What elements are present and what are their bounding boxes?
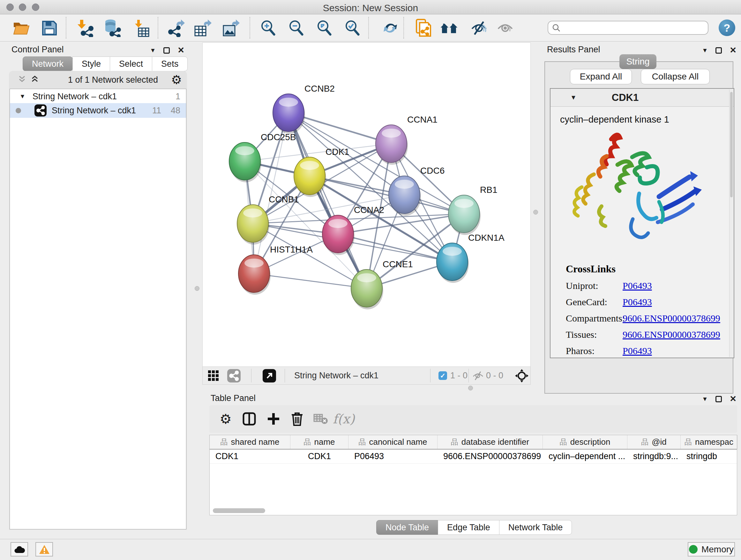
fit-content-crosshair-icon[interactable] [515, 367, 529, 384]
export-network-icon[interactable] [166, 19, 185, 37]
panel-float-icon[interactable] [163, 47, 170, 54]
add-column-icon[interactable] [266, 411, 281, 427]
network-node-CDC6[interactable]: CDC6 [389, 166, 445, 213]
tab-network[interactable]: Network [23, 57, 73, 71]
tab-node-table[interactable]: Node Table [376, 520, 438, 535]
gene-section-header[interactable]: ▼ CDK1 [550, 89, 734, 107]
show-column-icon[interactable] [241, 411, 257, 427]
birds-eye-view-icon[interactable] [208, 367, 219, 384]
crosslink-link[interactable]: 9606.ENSP00000378699 [623, 313, 720, 324]
help-button[interactable]: ? [719, 19, 735, 36]
show-all-icon[interactable] [496, 19, 515, 37]
network-node-RB1[interactable]: RB1 [448, 185, 497, 233]
apply-layout-icon[interactable] [381, 19, 400, 37]
cell-description[interactable]: cyclin–dependent ... [543, 449, 627, 463]
memory-button[interactable]: Memory [688, 542, 735, 557]
export-image-icon[interactable] [221, 19, 240, 37]
delete-table-icon[interactable] [313, 411, 329, 427]
results-scrollbar-thumb[interactable] [730, 92, 733, 197]
section-expand-icon[interactable]: ▼ [570, 94, 577, 101]
column-header[interactable]: 品name [290, 435, 348, 449]
network-row-selected[interactable]: String Network – cdk1 11 48 [10, 103, 186, 118]
tab-string[interactable]: String [619, 54, 657, 69]
column-header[interactable]: 品namespac [681, 435, 738, 449]
splitter-handle[interactable] [195, 286, 199, 291]
splitter-handle[interactable] [468, 386, 473, 390]
string-network-graph[interactable]: CCNB2CCNA1CDC25BCDK1CDC6RB1CCNB1CCNA2CDK… [203, 43, 531, 367]
network-node-CCNA1[interactable]: CCNA1 [376, 115, 437, 163]
zoom-out-icon[interactable] [287, 19, 306, 37]
warnings-button[interactable] [36, 542, 53, 557]
import-table-icon[interactable] [133, 19, 151, 37]
panel-close-icon[interactable]: ✕ [730, 45, 737, 55]
panel-collapse-icon[interactable]: ▼ [702, 47, 708, 54]
table-row[interactable]: CDK1 CDK1 P06493 9606.ENSP00000378699 cy… [210, 449, 737, 463]
clone-network-icon[interactable] [414, 19, 433, 37]
cell-namespace[interactable]: stringdb [681, 449, 738, 463]
table-settings-gear-icon[interactable]: ⚙ [218, 411, 233, 427]
network-view-canvas[interactable]: CCNB2CCNA1CDC25BCDK1CDC6RB1CCNB1CCNA2CDK… [202, 43, 531, 367]
column-header[interactable]: 品@id [627, 435, 681, 449]
panel-close-icon[interactable]: ✕ [178, 45, 185, 55]
search-input[interactable] [560, 23, 708, 33]
tab-network-table[interactable]: Network Table [499, 520, 572, 535]
column-header[interactable]: 品canonical name [348, 435, 437, 449]
panel-collapse-icon[interactable]: ▼ [150, 47, 156, 54]
crosslink-link[interactable]: P06493 [623, 297, 652, 307]
network-node-CCNA2[interactable]: CCNA2 [322, 205, 384, 253]
network-node-CCNB1[interactable]: CCNB1 [237, 194, 299, 242]
network-node-CCNE1[interactable]: CCNE1 [351, 259, 413, 307]
crosslink-link[interactable]: 9606.ENSP00000378699 [623, 329, 720, 340]
results-scrollbar[interactable] [729, 89, 733, 357]
zoom-fit-icon[interactable] [315, 19, 334, 37]
function-builder-icon[interactable]: f(x) [336, 411, 352, 427]
node-table[interactable]: 品shared name 品name 品canonical name 品data… [209, 435, 737, 515]
panel-float-icon[interactable] [716, 396, 722, 402]
hide-selection-icon[interactable] [470, 19, 489, 37]
collapse-all-icon[interactable] [18, 75, 26, 84]
tab-sets[interactable]: Sets [152, 57, 188, 71]
gear-icon[interactable]: ⚙ [171, 73, 182, 87]
tab-edge-table[interactable]: Edge Table [438, 520, 499, 535]
cloud-button[interactable] [10, 542, 28, 557]
cell-database-identifier[interactable]: 9606.ENSP00000378699 [437, 449, 543, 463]
column-header[interactable]: 品database identifier [437, 435, 543, 449]
save-session-icon[interactable] [40, 19, 59, 37]
splitter-handle[interactable] [533, 210, 538, 214]
import-network-database-icon[interactable] [103, 19, 121, 37]
delete-column-icon[interactable] [289, 411, 305, 427]
export-table-icon[interactable] [193, 19, 212, 37]
zoom-in-icon[interactable] [259, 19, 278, 37]
zoom-selected-icon[interactable] [343, 19, 362, 37]
column-header[interactable]: 品description [543, 435, 627, 449]
expand-all-button[interactable]: Expand All [570, 69, 632, 84]
search-field[interactable] [548, 21, 709, 35]
cell-name[interactable]: CDK1 [290, 449, 348, 463]
open-session-icon[interactable] [12, 19, 30, 37]
cell-canonical-name[interactable]: P06493 [348, 449, 437, 463]
panel-close-icon[interactable]: ✕ [730, 394, 737, 404]
crosslink-link[interactable]: P06493 [623, 346, 652, 356]
tab-select[interactable]: Select [110, 57, 152, 71]
column-header[interactable]: 品shared name [210, 435, 290, 449]
crosslinks-block: CrossLinks Uniprot:P06493 GeneCard:P0649… [566, 263, 720, 356]
first-neighbors-icon[interactable] [440, 19, 458, 37]
network-node-HIST1H1A[interactable]: HIST1H1A [239, 245, 313, 293]
import-network-file-icon[interactable] [77, 19, 95, 37]
collapse-all-button[interactable]: Collapse All [641, 69, 710, 84]
table-horizontal-scrollbar[interactable] [213, 508, 265, 513]
network-share-icon[interactable] [227, 367, 241, 384]
hidden-eye-icon[interactable] [473, 367, 483, 384]
selected-checkbox-icon[interactable]: ✓ [439, 367, 447, 384]
tab-style[interactable]: Style [72, 57, 110, 71]
open-in-window-icon[interactable] [263, 367, 276, 384]
crosslink-link[interactable]: P06493 [623, 280, 652, 291]
tree-expand-icon[interactable]: ▼ [19, 93, 25, 100]
cell-shared-name[interactable]: CDK1 [210, 449, 290, 463]
expand-all-icon[interactable] [30, 75, 39, 84]
panel-float-icon[interactable] [716, 47, 722, 54]
cell-id[interactable]: stringdb:9... [627, 449, 681, 463]
panel-collapse-icon[interactable]: ▼ [702, 395, 708, 402]
network-collection-row[interactable]: ▼ String Network – cdk1 1 [10, 90, 186, 103]
network-node-CDKN1A[interactable]: CDKN1A [436, 233, 504, 281]
